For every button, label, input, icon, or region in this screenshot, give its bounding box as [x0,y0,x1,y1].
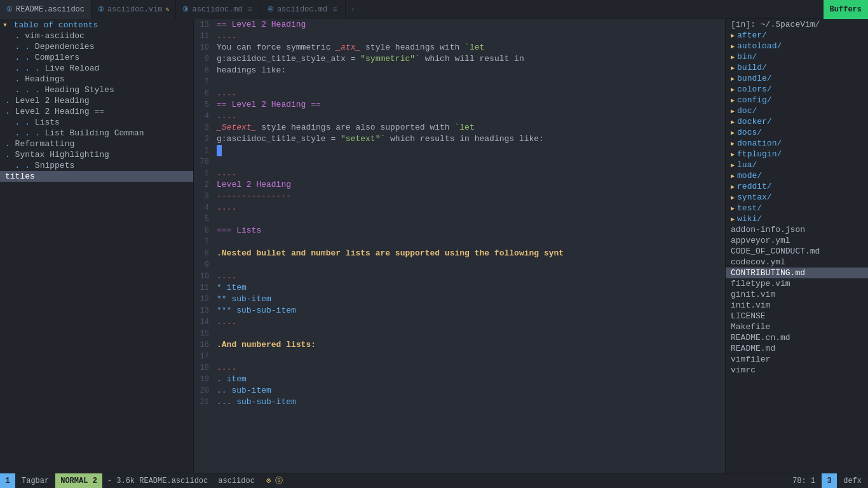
file-item-build[interactable]: ▶ build/ [726,62,868,73]
sidebar-item-live-reload[interactable]: . . . Live Reload [0,63,193,74]
file-item-after[interactable]: ▶ after/ [726,30,868,41]
file-label: codecov.yml [731,257,785,267]
sidebar-item-label: . Headings [5,74,65,84]
file-item-codecov[interactable]: codecov.yml [726,257,868,268]
toc-header-label: table of contents [14,20,98,30]
file-item-ftplugin[interactable]: ▶ ftplugin/ [726,149,868,159]
editor-line-3: 3 _Setext_ style headings are also suppo… [194,122,725,133]
editor-line-11b: 11 * item [194,282,725,294]
file-label: CODE_OF_CONDUCT.md [731,247,820,256]
editor-line-15: 15 [194,328,725,339]
line-number: 2 [194,179,214,191]
file-item-readme-md[interactable]: README.md [726,343,868,354]
sidebar-item-label: . vim-asciidoc [5,31,85,41]
line-number: 3 [194,122,214,133]
file-item-bundle[interactable]: ▶ bundle/ [726,73,868,84]
sidebar-item-titles[interactable]: titles [0,171,193,182]
sidebar-item-dependencies[interactable]: . . Dependencies [0,41,193,52]
sidebar-item-compilers[interactable]: . . Compilers [0,52,193,63]
expand-arrow-icon: ▶ [731,194,735,201]
tab-asciidoc-md-3[interactable]: ③ asciidoc.md ≡ [176,0,261,19]
editor-line-78: 78 [194,156,725,168]
file-label: after/ [737,30,767,40]
file-item-filetype[interactable]: filetype.vim [726,278,868,289]
line-content: You can force symmetric _atx_ style head… [214,42,725,53]
tab-sep-4: ≡ [330,5,339,14]
toc-header[interactable]: ▾ table of contents [0,19,193,30]
sidebar-item-reformatting[interactable]: . Reformatting [0,139,193,149]
editor-line-2: 2 g:asciidoc_title_style = "setext"` whi… [194,133,725,145]
file-item-mode[interactable]: ▶ mode/ [726,170,868,181]
file-item-config[interactable]: ▶ config/ [726,95,868,105]
line-content: .. sub-item [214,385,725,396]
file-item-vimrc[interactable]: vimrc [726,365,868,376]
file-item-init[interactable]: init.vim [726,300,868,311]
sidebar-item-lists[interactable]: . . Lists [0,117,193,128]
file-item-wiki[interactable]: ▶ wiki/ [726,214,868,224]
buffers-button[interactable]: Buffers [824,0,868,19]
tab-arrow: › [348,4,357,14]
file-label: init.vim [731,301,770,310]
line-number: 8 [194,65,214,76]
tab-bar: ① README.asciidoc ② asciidoc.vim ✎ ③ asc… [0,0,868,19]
file-item-reddit[interactable]: ▶ reddit/ [726,181,868,192]
sidebar-item-list-building[interactable]: . . . List Building Comman [0,128,193,139]
sidebar-item-label: . . Compilers [5,53,79,62]
file-item-code-of-conduct[interactable]: CODE_OF_CONDUCT.md [726,246,868,257]
file-item-colors[interactable]: ▶ colors/ [726,84,868,95]
line-content: g:asciidoc_title_style_atx = "symmetric"… [214,53,725,65]
file-item-lua[interactable]: ▶ lua/ [726,159,868,170]
sidebar-item-level2-heading[interactable]: . Level 2 Heading [0,95,193,106]
file-item-docker[interactable]: ▶ docker/ [726,116,868,127]
sidebar-item-syntax-highlighting[interactable]: . Syntax Highlighting [0,149,193,160]
line-content: . item [214,374,725,385]
file-label: mode/ [737,171,762,180]
file-label: ginit.vim [731,290,775,299]
line-number: 18 [194,362,214,374]
file-item-license[interactable]: LICENSE [726,311,868,322]
sidebar-item-headings[interactable]: . Headings [0,74,193,85]
file-path-header: [in]: ~/.SpaceVim/ [726,19,868,30]
sidebar-item-snippets[interactable]: . . Snippets [0,160,193,171]
tab-readme-asciidoc[interactable]: ① README.asciidoc [0,0,92,19]
editor-line-8b: 8 .Nested bullet and number lists are su… [194,248,725,259]
file-item-donation[interactable]: ▶ donation/ [726,138,868,149]
line-number: 13 [194,19,214,30]
editor-line-13a: 13 == Level 2 Heading [194,19,725,30]
file-item-addon-info[interactable]: addon-info.json [726,224,868,235]
file-item-contributing[interactable]: CONTRIBUTING.md [726,268,868,278]
file-item-test[interactable]: ▶ test/ [726,203,868,214]
file-item-makefile[interactable]: Makefile [726,322,868,332]
tab-modified-icon-2: ✎ [165,6,169,13]
file-item-readme-cn[interactable]: README.cn.md [726,332,868,343]
line-content: == Level 2 Heading [214,19,725,30]
status-left-num-label: 1 [5,477,10,485]
line-number: 4 [194,202,214,214]
status-defx-label: defx [837,473,868,489]
tab-asciidoc-md-4[interactable]: ④ asciidoc.md ≡ [261,0,346,19]
sidebar-item-label: . . . Live Reload [5,64,99,73]
buffers-label: Buffers [830,5,862,14]
file-item-vimfiler[interactable]: vimfiler [726,354,868,365]
file-item-bin[interactable]: ▶ bin/ [726,51,868,62]
sidebar-item-level2-heading-eq[interactable]: . Level 2 Heading == [0,106,193,117]
file-item-doc[interactable]: ▶ doc/ [726,105,868,116]
line-number: 4 [194,111,214,122]
file-item-ginit[interactable]: ginit.vim [726,289,868,300]
file-item-autoload[interactable]: ▶ autoload/ [726,41,868,51]
file-item-appveyor[interactable]: appveyor.yml [726,235,868,246]
sidebar-item-vim-asciidoc[interactable]: . vim-asciidoc [0,30,193,41]
status-file-type: asciidoc [213,473,260,489]
status-icon-label: ⚙ ⓢ [266,475,283,486]
status-bar: 1 Tagbar NORMAL 2 - 3.6k README.asciidoc… [0,473,868,488]
editor-line-19: 19 . item [194,374,725,385]
editor-line-16: 16 .And numbered lists: [194,339,725,351]
sidebar-item-heading-styles[interactable]: . . . Heading Styles [0,85,193,95]
file-item-syntax[interactable]: ▶ syntax/ [726,192,868,203]
file-item-docs[interactable]: ▶ docs/ [726,127,868,138]
sidebar-item-titles-label: titles [5,172,35,181]
line-number: 2 [194,133,214,145]
editor-area[interactable]: 13 == Level 2 Heading 11 .... 10 You can… [194,19,725,473]
tab-asciidoc-vim[interactable]: ② asciidoc.vim ✎ [92,0,176,19]
line-number: 11 [194,30,214,42]
